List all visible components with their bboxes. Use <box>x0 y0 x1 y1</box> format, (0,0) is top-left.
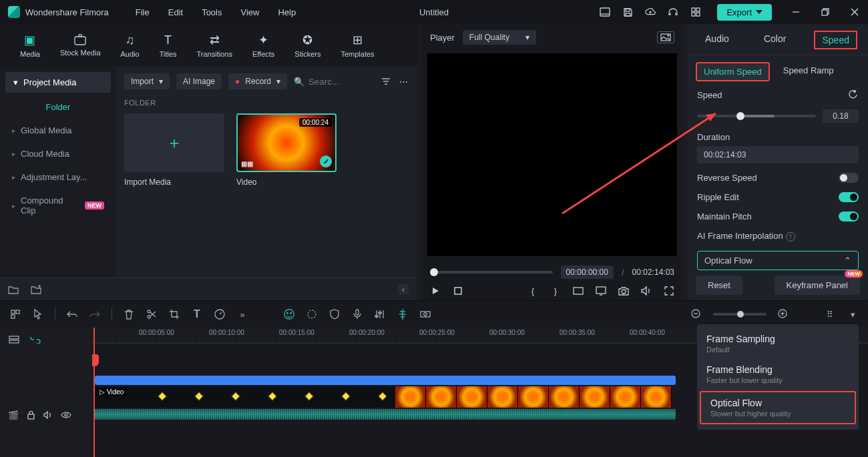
project-media-button[interactable]: ▾Project Media <box>5 72 111 93</box>
collapse-icon[interactable]: ‹ <box>398 284 409 295</box>
text-icon[interactable]: T <box>191 308 203 320</box>
tab-stickers[interactable]: ✪Stickers <box>294 33 320 58</box>
cursor-tool-icon[interactable] <box>32 308 44 320</box>
menu-file[interactable]: File <box>136 7 150 17</box>
reverse-toggle[interactable] <box>839 173 859 183</box>
preview-viewport[interactable] <box>427 53 677 256</box>
inspector-tab-color[interactable]: Color <box>757 31 793 49</box>
reset-icon[interactable] <box>848 89 859 100</box>
ai-interp-dropdown[interactable]: Optical Flow⌃ <box>697 251 859 270</box>
new-bin-icon[interactable] <box>31 284 41 295</box>
speed-slider[interactable] <box>697 115 816 117</box>
audio-waveform[interactable] <box>95 409 676 420</box>
keyframe-panel-button[interactable]: Keyframe PanelNEW <box>775 276 861 295</box>
video-clip-thumb[interactable]: 00:00:24 ▦▦ ✓ <box>236 113 337 172</box>
apps-icon[interactable] <box>690 7 701 17</box>
tab-titles[interactable]: TTitles <box>160 33 177 58</box>
mark-out-icon[interactable]: } <box>550 286 561 296</box>
ai-image-button[interactable]: AI Image <box>176 73 222 89</box>
sidebar-item-compound-clip[interactable]: ▸Compound ClipNEW <box>5 189 111 222</box>
speed-icon[interactable] <box>214 308 226 320</box>
tab-media[interactable]: ▣Media <box>20 33 40 58</box>
preview-scrubber[interactable] <box>430 271 553 274</box>
zoom-slider[interactable] <box>713 313 767 316</box>
play-button[interactable] <box>430 286 441 296</box>
keyframe-icon[interactable] <box>419 308 431 320</box>
more-icon[interactable]: ⋯ <box>398 76 409 87</box>
inspector-tab-audio[interactable]: Audio <box>698 31 736 49</box>
display-icon[interactable] <box>596 286 606 296</box>
chevron-down-icon[interactable]: ▾ <box>847 308 859 320</box>
marker-icon[interactable] <box>397 308 409 320</box>
track-mute-icon[interactable] <box>43 411 53 419</box>
fullscreen-icon[interactable] <box>664 286 674 296</box>
subtab-speed-ramping[interactable]: Speed Ramp <box>777 62 841 81</box>
minimize-button[interactable] <box>791 7 801 17</box>
zoom-in-icon[interactable] <box>777 308 789 320</box>
grid-view-icon[interactable]: ⠿ <box>824 308 836 320</box>
menu-edit[interactable]: Edit <box>168 7 183 17</box>
more-tools-icon[interactable]: » <box>236 308 248 320</box>
headset-icon[interactable] <box>668 7 678 17</box>
inspector-tab-speed[interactable]: Speed <box>814 31 857 49</box>
current-time[interactable]: 00:00:00:00 <box>561 266 614 279</box>
snapshot-icon[interactable] <box>657 31 674 43</box>
help-icon[interactable]: ? <box>786 232 795 242</box>
track-stack-icon[interactable] <box>8 334 20 346</box>
sidebar-item-cloud-media[interactable]: ▸Cloud Media <box>5 142 111 165</box>
folder-tab[interactable]: Folder <box>5 97 111 119</box>
select-tool-icon[interactable] <box>9 308 21 320</box>
filter-icon[interactable] <box>381 76 391 87</box>
undo-icon[interactable] <box>66 308 78 320</box>
import-media-placeholder[interactable]: ＋ <box>124 113 224 172</box>
volume-icon[interactable] <box>641 286 652 296</box>
color-icon[interactable] <box>306 308 318 320</box>
redo-icon[interactable] <box>89 308 101 320</box>
dd-optical-flow[interactable]: Optical Flow Slower but higher quality <box>700 391 856 424</box>
menu-view[interactable]: View <box>240 7 259 17</box>
ripple-toggle[interactable] <box>839 192 859 202</box>
ai-face-icon[interactable] <box>283 308 295 320</box>
duration-value[interactable]: 00:02:14:03 <box>697 146 859 163</box>
cloud-icon[interactable] <box>645 7 656 17</box>
mic-icon[interactable] <box>351 308 363 320</box>
tab-effects[interactable]: ✦Effects <box>252 33 274 58</box>
search-input[interactable]: 🔍 <box>294 77 374 87</box>
track-lock-icon[interactable] <box>27 410 35 420</box>
ratio-icon[interactable] <box>573 286 584 296</box>
mixer-icon[interactable] <box>374 308 386 320</box>
link-icon[interactable] <box>29 334 41 346</box>
tab-transitions[interactable]: ⇄Transitions <box>197 33 232 58</box>
shield-icon[interactable] <box>329 308 341 320</box>
sidebar-item-adjustment-layer[interactable]: ▸Adjustment Lay... <box>5 165 111 189</box>
track-visible-icon[interactable] <box>61 412 71 418</box>
save-icon[interactable] <box>622 7 633 17</box>
maximize-button[interactable] <box>820 7 831 17</box>
stop-button[interactable] <box>453 286 463 296</box>
dd-frame-sampling[interactable]: Frame Sampling Default <box>697 328 859 359</box>
delete-icon[interactable] <box>123 308 135 320</box>
close-button[interactable] <box>849 7 860 17</box>
tab-templates[interactable]: ⊞Templates <box>341 33 374 58</box>
track-film-icon[interactable]: 🎬 <box>8 410 19 420</box>
clip-bar[interactable] <box>95 376 676 385</box>
record-dropdown[interactable]: ●Record▾ <box>228 73 287 89</box>
reset-button[interactable]: Reset <box>696 276 742 295</box>
zoom-out-icon[interactable] <box>690 308 702 320</box>
menu-help[interactable]: Help <box>278 7 296 17</box>
new-folder-icon[interactable] <box>8 284 19 295</box>
split-icon[interactable] <box>146 308 158 320</box>
dd-frame-blending[interactable]: Frame Blending Faster but lower quality <box>697 359 859 390</box>
export-button[interactable]: Export <box>717 4 772 21</box>
tab-audio[interactable]: ♫Audio <box>121 33 140 58</box>
pitch-toggle[interactable] <box>839 211 859 221</box>
mark-in-icon[interactable]: { <box>527 286 538 296</box>
menu-tools[interactable]: Tools <box>202 7 222 17</box>
crop-icon[interactable] <box>168 308 180 320</box>
import-dropdown[interactable]: Import▾ <box>124 73 170 89</box>
layout-icon[interactable] <box>600 7 610 17</box>
tab-stock-media[interactable]: Stock Media <box>60 34 101 57</box>
camera-icon[interactable] <box>618 286 629 296</box>
playhead[interactable] <box>93 328 95 457</box>
subtab-uniform-speed[interactable]: Uniform Speed <box>696 62 770 81</box>
